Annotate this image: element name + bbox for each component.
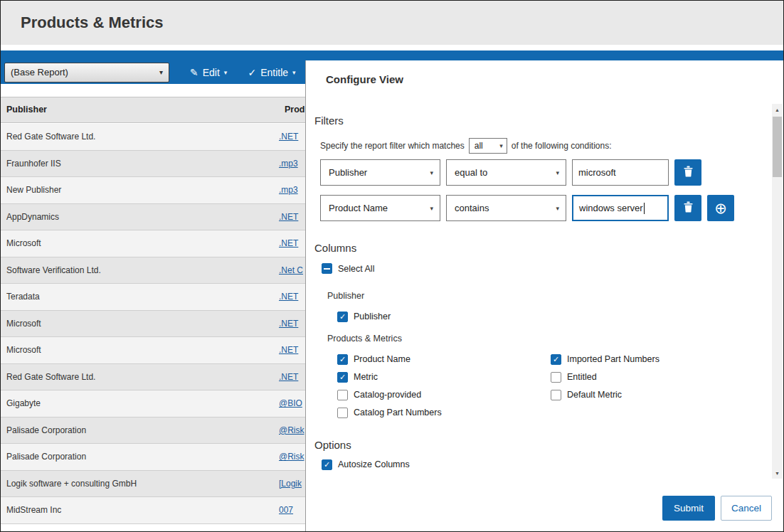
table-row[interactable]: Microsoft.NET bbox=[1, 311, 305, 338]
submit-button[interactable]: Submit bbox=[662, 496, 715, 521]
pencil-icon: ✎ bbox=[190, 67, 198, 78]
table-row[interactable]: Red Gate Software Ltd..NET bbox=[1, 364, 305, 391]
publisher-cell: Software Verification Ltd. bbox=[1, 265, 279, 275]
edit-button[interactable]: ✎ Edit ▾ bbox=[190, 67, 227, 78]
table-row[interactable]: New Publisher.mp3 bbox=[1, 177, 305, 204]
scrollbar-track[interactable] bbox=[772, 115, 783, 467]
toolbar: (Base Report) ▾ ✎ Edit ▾ ✓ Entitle ▾ bbox=[1, 60, 305, 84]
table-row[interactable]: AppDynamics.NET bbox=[1, 204, 305, 231]
product-link[interactable]: .NET bbox=[279, 319, 298, 329]
table-row[interactable]: Palisade Corporation@Risk bbox=[1, 417, 305, 445]
filter-value-input[interactable]: windows server bbox=[572, 195, 669, 221]
column-checkbox[interactable]: Publisher bbox=[337, 311, 551, 322]
product-link[interactable]: .NET bbox=[279, 238, 298, 248]
publisher-cell: Teradata bbox=[1, 292, 279, 302]
product-link[interactable]: .NET bbox=[279, 345, 298, 355]
filter-field-select[interactable]: Publisher▾ bbox=[320, 159, 440, 186]
product-link[interactable]: @Risk bbox=[279, 425, 304, 435]
chevron-down-icon: ▾ bbox=[430, 205, 433, 212]
column-checkbox[interactable]: Catalog-provided bbox=[337, 389, 551, 400]
column-header-product[interactable]: Product Name bbox=[285, 97, 305, 122]
product-link[interactable]: .NET bbox=[279, 372, 298, 382]
column-checkbox[interactable]: Default Metric bbox=[551, 389, 764, 400]
scroll-up-button[interactable]: ▲ bbox=[772, 104, 783, 115]
chevron-down-icon: ▾ bbox=[556, 205, 559, 212]
checkbox-icon bbox=[322, 459, 332, 470]
checkbox-icon bbox=[551, 354, 561, 365]
table-row[interactable]: Microsoft.NET bbox=[1, 230, 305, 257]
product-link[interactable]: @BIO bbox=[279, 398, 302, 408]
add-filter-button[interactable]: ⊕ bbox=[707, 195, 734, 221]
table-row[interactable]: Microsoft.NET bbox=[1, 337, 305, 364]
filter-field-select[interactable]: Product Name▾ bbox=[320, 195, 440, 221]
table-row[interactable]: Gigabyte@BIO bbox=[1, 390, 305, 417]
cancel-button[interactable]: Cancel bbox=[721, 496, 772, 521]
check-icon: ✓ bbox=[248, 67, 256, 78]
filter-operator-select[interactable]: equal to▾ bbox=[446, 159, 566, 186]
checkbox-column: Imported Part NumbersEntitledDefault Met… bbox=[551, 353, 764, 418]
filter-value-input[interactable]: microsoft bbox=[572, 159, 669, 186]
page-title: Products & Metrics bbox=[21, 14, 164, 32]
scrollbar-thumb[interactable] bbox=[773, 117, 782, 177]
column-checkbox[interactable]: Metric bbox=[337, 371, 551, 383]
publisher-cell: Gigabyte bbox=[1, 398, 279, 408]
report-selector[interactable]: (Base Report) ▾ bbox=[4, 63, 169, 83]
product-link[interactable]: .mp3 bbox=[279, 159, 298, 169]
table-row[interactable]: Red Gate Software Ltd..NET bbox=[1, 124, 305, 151]
column-checkbox[interactable]: Catalog Part Numbers bbox=[337, 407, 551, 418]
product-link[interactable]: .NET bbox=[279, 212, 298, 222]
table-row[interactable]: Logik software + consulting GmbH[Logik bbox=[1, 471, 305, 498]
product-link[interactable]: [Logik bbox=[279, 479, 302, 489]
filter-intro: Specify the report filter which matches … bbox=[320, 137, 612, 154]
product-link[interactable]: .mp3 bbox=[279, 185, 298, 195]
entitle-button-label: Entitle bbox=[260, 67, 288, 78]
options-heading: Options bbox=[314, 439, 351, 451]
match-select-value: all bbox=[475, 141, 483, 151]
page-header: Products & Metrics bbox=[1, 1, 783, 45]
columns-heading: Columns bbox=[314, 242, 356, 254]
checkbox-label: Autosize Columns bbox=[338, 459, 410, 469]
column-group-label: Publisher bbox=[327, 291, 768, 302]
table-row[interactable]: Teradata.NET bbox=[1, 284, 305, 311]
chevron-down-icon: ▾ bbox=[224, 69, 228, 76]
screen: Products & Metrics (Base Report) ▾ ✎ Edi… bbox=[0, 0, 784, 532]
publisher-cell: Microsoft bbox=[1, 345, 279, 355]
chevron-down-icon: ▾ bbox=[159, 68, 163, 76]
select-all[interactable]: Select All bbox=[322, 263, 374, 274]
table-row[interactable]: Software Verification Ltd..Net C bbox=[1, 257, 305, 284]
product-link[interactable]: .NET bbox=[279, 132, 298, 142]
filter-value-text: microsoft bbox=[578, 167, 616, 178]
product-link[interactable]: .Net C bbox=[279, 265, 303, 275]
column-checkbox[interactable]: Product Name bbox=[337, 353, 551, 365]
table-row[interactable]: Fraunhofer IIS.mp3 bbox=[1, 151, 305, 178]
table-row[interactable]: MidStream Inc007 bbox=[1, 497, 305, 524]
checkbox-icon bbox=[337, 372, 348, 383]
column-header-publisher[interactable]: Publisher bbox=[6, 97, 47, 122]
plus-circle-icon: ⊕ bbox=[714, 201, 727, 216]
column-group-label: Products & Metrics bbox=[327, 334, 768, 344]
column-checkbox[interactable]: Entitled bbox=[551, 371, 764, 383]
publisher-cell: Palisade Corporation bbox=[1, 452, 279, 462]
panel-scrollbar[interactable]: ▲ ▼ bbox=[772, 104, 783, 479]
checkbox-label: Entitled bbox=[567, 372, 597, 382]
table-row[interactable]: Palisade Corporation@Risk bbox=[1, 444, 305, 471]
filter-row: Product Name▾contains▾windows server⊕ bbox=[320, 195, 734, 221]
text-cursor bbox=[644, 203, 645, 214]
checkbox-column: Product NameMetricCatalog-providedCatalo… bbox=[337, 353, 551, 418]
publisher-cell: Microsoft bbox=[1, 319, 279, 329]
delete-filter-button[interactable] bbox=[674, 195, 701, 221]
match-select[interactable]: all ▾ bbox=[469, 138, 507, 154]
filter-operator-select[interactable]: contains▾ bbox=[446, 195, 566, 221]
checkbox-grid: Publisher bbox=[337, 311, 768, 322]
select-all-checkbox[interactable] bbox=[322, 263, 332, 274]
column-checkbox[interactable]: Autosize Columns bbox=[322, 459, 410, 470]
entitle-button[interactable]: ✓ Entitle ▾ bbox=[248, 67, 295, 78]
delete-filter-button[interactable] bbox=[674, 159, 701, 186]
product-link[interactable]: @Risk bbox=[279, 452, 304, 462]
table-header: Publisher Product Name bbox=[1, 97, 305, 123]
product-link[interactable]: 007 bbox=[279, 505, 293, 515]
scroll-down-button[interactable]: ▼ bbox=[772, 467, 783, 479]
column-checkbox[interactable]: Imported Part Numbers bbox=[551, 353, 764, 365]
checkbox-grid: Product NameMetricCatalog-providedCatalo… bbox=[337, 353, 768, 418]
product-link[interactable]: .NET bbox=[279, 292, 298, 302]
